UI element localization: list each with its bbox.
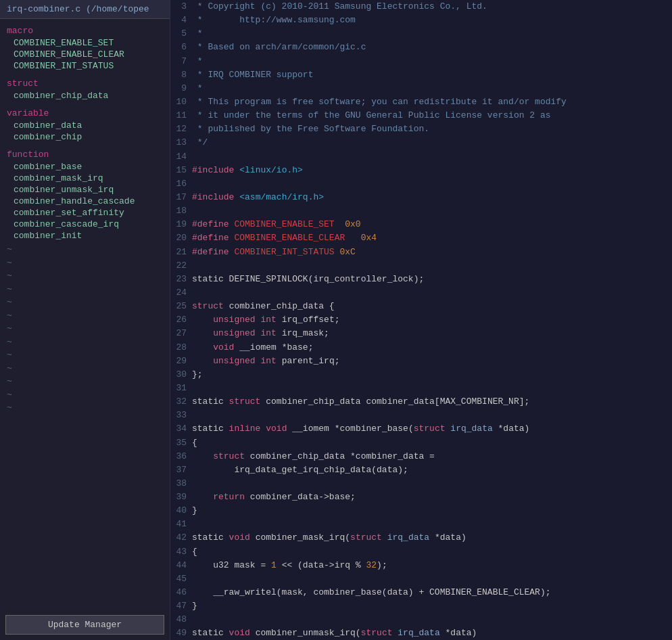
code-line-27: 27 unsigned int irq_mask; — [170, 327, 672, 340]
code-content — [192, 518, 672, 531]
code-line-8: 8 * IRQ COMBINER support — [170, 68, 672, 82]
code-content: unsigned int irq_offset; — [192, 313, 672, 327]
line-number: 49 — [170, 626, 192, 640]
tilde-9: ~ — [7, 348, 163, 362]
line-number: 9 — [170, 82, 192, 95]
code-content: static void combiner_mask_irq(struct irq… — [192, 531, 672, 545]
code-content: unsigned int irq_mask; — [192, 327, 672, 340]
sidebar-item-combiner-cascade-irq[interactable]: combiner_cascade_irq — [0, 219, 170, 230]
code-content — [192, 150, 672, 164]
code-content: #define COMBINER_INT_STATUS 0xC — [192, 246, 672, 259]
code-line-47: 47 } — [170, 599, 672, 613]
code-line-20: 20 #define COMBINER_ENABLE_CLEAR 0x4 — [170, 231, 672, 245]
line-number: 42 — [170, 531, 192, 545]
line-number: 31 — [170, 382, 192, 395]
line-number: 20 — [170, 231, 192, 245]
sidebar: irq-combiner.c (/home/topee macro COMBIN… — [0, 0, 170, 640]
line-number: 47 — [170, 599, 192, 613]
line-number: 23 — [170, 273, 192, 286]
sidebar-item-combiner-base[interactable]: combiner_base — [0, 161, 170, 173]
code-line-39: 39 return combiner_data->base; — [170, 490, 672, 504]
code-content — [192, 477, 672, 490]
line-number: 38 — [170, 477, 192, 490]
sidebar-item-combiner-int-status[interactable]: COMBINER_INT_STATUS — [0, 60, 170, 72]
code-content: { — [192, 436, 672, 450]
code-line-38: 38 — [170, 477, 672, 490]
code-content: struct combiner_chip_data { — [192, 300, 672, 313]
line-number: 44 — [170, 559, 192, 572]
sidebar-item-combiner-unmask-irq[interactable]: combiner_unmask_irq — [0, 184, 170, 196]
line-number: 8 — [170, 68, 192, 82]
code-line-5: 5 * — [170, 27, 672, 41]
tilde-11: ~ — [7, 375, 163, 388]
code-content — [192, 613, 672, 626]
code-line-48: 48 — [170, 613, 672, 626]
code-content: * This program is free software; you can… — [192, 95, 672, 109]
code-content: irq_data_get_irq_chip_data(data); — [192, 463, 672, 477]
tilde-6: ~ — [7, 309, 163, 323]
code-content — [192, 204, 672, 218]
line-number: 16 — [170, 177, 192, 191]
tilde-2: ~ — [7, 256, 163, 270]
code-line-31: 31 — [170, 382, 672, 395]
code-content: static struct combiner_chip_data combine… — [192, 395, 672, 409]
sidebar-item-combiner-set-affinity[interactable]: combiner_set_affinity — [0, 207, 170, 219]
code-content: } — [192, 599, 672, 613]
code-content: * — [192, 82, 672, 95]
tilde-4: ~ — [7, 283, 163, 296]
tilde-12: ~ — [7, 388, 163, 402]
line-number: 35 — [170, 436, 192, 450]
code-line-24: 24 — [170, 286, 672, 300]
sidebar-item-combiner-enable-clear[interactable]: COMBINER_ENABLE_CLEAR — [0, 49, 170, 60]
code-content: static DEFINE_SPINLOCK(irq_controller_lo… — [192, 273, 672, 286]
code-content: * IRQ COMBINER support — [192, 68, 672, 82]
code-content: * Based on arch/arm/common/gic.c — [192, 41, 672, 54]
line-number: 33 — [170, 409, 192, 422]
code-content — [192, 177, 672, 191]
code-line-9: 9 * — [170, 82, 672, 95]
code-content — [192, 409, 672, 422]
tilde-13: ~ — [7, 401, 163, 415]
code-content — [192, 259, 672, 273]
code-line-40: 40 } — [170, 504, 672, 518]
code-line-42: 42 static void combiner_mask_irq(struct … — [170, 531, 672, 545]
code-line-32: 32 static struct combiner_chip_data comb… — [170, 395, 672, 409]
line-number: 14 — [170, 150, 192, 164]
line-number: 15 — [170, 164, 192, 177]
code-line-4: 4 * http://www.samsung.com — [170, 14, 672, 27]
sidebar-section-function: function combiner_base combiner_mask_irq… — [0, 148, 170, 242]
sidebar-item-combiner-handle-cascade[interactable]: combiner_handle_cascade — [0, 196, 170, 207]
sidebar-item-combiner-chip[interactable]: combiner_chip — [0, 131, 170, 143]
sidebar-item-combiner-mask-irq[interactable]: combiner_mask_irq — [0, 173, 170, 184]
code-line-23: 23 static DEFINE_SPINLOCK(irq_controller… — [170, 273, 672, 286]
code-line-33: 33 — [170, 409, 672, 422]
code-editor: 3 * Copyright (c) 2010-2011 Samsung Elec… — [170, 0, 672, 640]
line-number: 43 — [170, 545, 192, 559]
code-content: */ — [192, 136, 672, 150]
line-number: 19 — [170, 218, 192, 231]
line-number: 21 — [170, 246, 192, 259]
line-number: 17 — [170, 191, 192, 204]
line-number: 24 — [170, 286, 192, 300]
code-line-41: 41 — [170, 518, 672, 531]
code-line-16: 16 — [170, 177, 672, 191]
code-content: { — [192, 545, 672, 559]
code-line-46: 46 __raw_writel(mask, combiner_base(data… — [170, 586, 672, 599]
code-line-3: 3 * Copyright (c) 2010-2011 Samsung Elec… — [170, 0, 672, 14]
line-number: 46 — [170, 586, 192, 599]
code-line-18: 18 — [170, 204, 672, 218]
sidebar-item-combiner-enable-set[interactable]: COMBINER_ENABLE_SET — [0, 37, 170, 49]
line-number: 22 — [170, 259, 192, 273]
line-number: 32 — [170, 395, 192, 409]
code-content: #define COMBINER_ENABLE_CLEAR 0x4 — [192, 231, 672, 245]
sidebar-item-combiner-data[interactable]: combiner_data — [0, 120, 170, 131]
sidebar-item-combiner-chip-data[interactable]: combiner_chip_data — [0, 90, 170, 101]
code-line-28: 28 void __iomem *base; — [170, 341, 672, 355]
sidebar-item-combiner-init[interactable]: combiner_init — [0, 230, 170, 242]
line-number: 6 — [170, 41, 192, 54]
tilde-10: ~ — [7, 362, 163, 375]
update-manager-button[interactable]: Update Manager — [5, 615, 164, 635]
code-content: #include <asm/mach/irq.h> — [192, 191, 672, 204]
line-number: 10 — [170, 95, 192, 109]
code-content: u32 mask = 1 << (data->irq % 32); — [192, 559, 672, 572]
